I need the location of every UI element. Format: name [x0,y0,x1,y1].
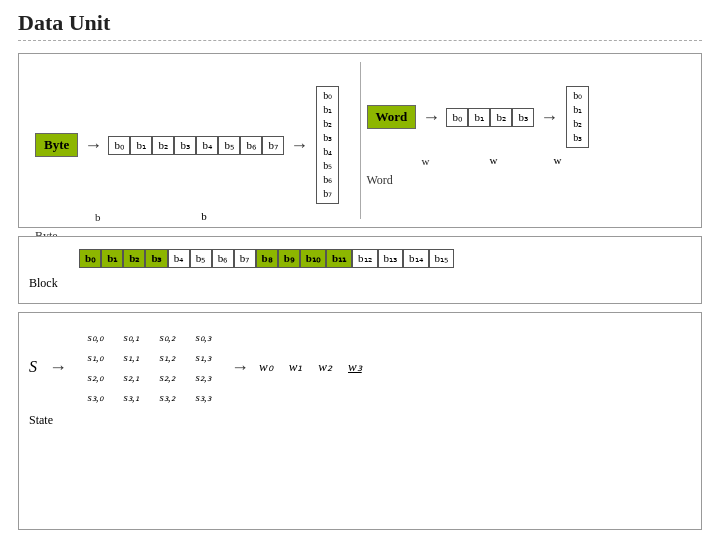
state-arrow: → [49,357,67,378]
block-bit-6: b₆ [212,249,234,268]
arrow-1: → [84,135,102,156]
block-bit-9: b₉ [278,249,300,268]
block-bit-3: b₃ [145,249,167,268]
state-s-label-group: S → [29,357,69,378]
word-diagram-row: Word → b₀ b₁ b₂ b₃ → b₀ b₁ b₂ b₃ [367,86,686,148]
block-bit-12: b₁₂ [352,249,378,268]
byte-sub-labels: b b [95,208,354,223]
page-title: Data Unit [18,10,702,41]
word-out-1: w₁ [289,359,303,375]
word-label-box: Word [367,105,417,129]
block-bit-7: b₇ [234,249,256,268]
state-cell-30: s₃,₀ [77,387,113,407]
word-out-3: w₃ [348,359,362,375]
block-bit-5: b₅ [190,249,212,268]
word-bit-1: b₁ [468,108,490,127]
byte-bit-0: b₀ [108,136,130,155]
block-bit-1: b₁ [101,249,123,268]
block-bits-row: b₀ b₁ b₂ b₃ b₄ b₅ b₆ b₇ b₈ b₉ b₁₀ b₁₁ b₁… [79,249,691,268]
block-bit-11: b₁₁ [326,249,352,268]
page: Data Unit Byte → b₀ b₁ b₂ b₃ b₄ b₅ [0,0,720,540]
byte-bit-1: b₁ [130,136,152,155]
byte-diagram-row: Byte → b₀ b₁ b₂ b₃ b₄ b₅ b₆ b₇ → b₀ [35,86,354,204]
s-label: S [29,358,37,376]
block-section: b₀ b₁ b₂ b₃ b₄ b₅ b₆ b₇ b₈ b₉ b₁₀ b₁₁ b₁… [18,236,702,304]
block-bit-8: b₈ [256,249,278,268]
byte-bit-7: b₇ [262,136,284,155]
byte-bit-3: b₃ [174,136,196,155]
byte-bit-2: b₂ [152,136,174,155]
section-divider [360,62,361,219]
state-cell-20: s₂,₀ [77,367,113,387]
state-cell-11: s₁,₁ [113,347,149,367]
block-bit-13: b₁₃ [378,249,404,268]
state-caption: State [29,413,691,428]
state-cell-32: s₃,₂ [149,387,185,407]
word-out-0: w₀ [259,359,273,375]
state-cell-03: s₀,₃ [185,327,221,347]
word-subsection: Word → b₀ b₁ b₂ b₃ → b₀ b₁ b₂ b₃ [363,62,690,219]
state-cell-21: s₂,₁ [113,367,149,387]
byte-bit-5: b₅ [218,136,240,155]
block-caption: Block [29,276,691,291]
byte-vertical-bits: b₀ b₁ b₂ b₃ b₄ b₅ b₆ b₇ [316,86,339,204]
block-bit-0: b₀ [79,249,101,268]
state-cell-00: s₀,₀ [77,327,113,347]
state-matrix: s₀,₀ s₀,₁ s₀,₂ s₀,₃ s₁,₀ s₁,₁ s₁,₂ s₁,₃ … [77,327,221,407]
word-bit-3: b₃ [512,108,534,127]
arrow-2: → [290,135,308,156]
block-bit-2: b₂ [123,249,145,268]
state-section: S → s₀,₀ s₀,₁ s₀,₂ s₀,₃ s₁,₀ s₁,₁ s₁,₂ s… [18,312,702,530]
word-vertical-bits: b₀ b₁ b₂ b₃ [566,86,589,148]
state-cell-33: s₃,₃ [185,387,221,407]
word-bits-row: b₀ b₁ b₂ b₃ [446,108,534,127]
state-cell-12: s₁,₂ [149,347,185,367]
state-cell-10: s₁,₀ [77,347,113,367]
block-bit-14: b₁₄ [403,249,429,268]
byte-subsection: Byte → b₀ b₁ b₂ b₃ b₄ b₅ b₆ b₇ → b₀ [31,62,358,219]
byte-label-box: Byte [35,133,78,157]
block-bit-15: b₁₅ [429,249,455,268]
state-cell-23: s₂,₃ [185,367,221,387]
byte-word-section: Byte → b₀ b₁ b₂ b₃ b₄ b₅ b₆ b₇ → b₀ [18,53,702,228]
state-out-arrow: → [231,357,249,378]
byte-bits-row: b₀ b₁ b₂ b₃ b₄ b₅ b₆ b₇ [108,136,284,155]
word-bit-0: b₀ [446,108,468,127]
block-bit-4: b₄ [168,249,190,268]
state-cell-13: s₁,₃ [185,347,221,367]
state-cell-22: s₂,₂ [149,367,185,387]
state-row: S → s₀,₀ s₀,₁ s₀,₂ s₀,₃ s₁,₀ s₁,₁ s₁,₂ s… [29,327,691,407]
word-out-row: w₀ w₁ w₂ w₃ [259,359,362,375]
byte-bit-4: b₄ [196,136,218,155]
block-bit-10: b₁₀ [300,249,326,268]
state-cell-01: s₀,₁ [113,327,149,347]
state-cell-02: s₀,₂ [149,327,185,347]
word-out-2: w₂ [318,359,332,375]
arrow-3: → [422,107,440,128]
word-sub-labels: w w w [422,152,686,167]
arrow-4: → [540,107,558,128]
word-bit-2: b₂ [490,108,512,127]
word-caption: Word [367,173,686,188]
state-cell-31: s₃,₁ [113,387,149,407]
byte-bit-6: b₆ [240,136,262,155]
